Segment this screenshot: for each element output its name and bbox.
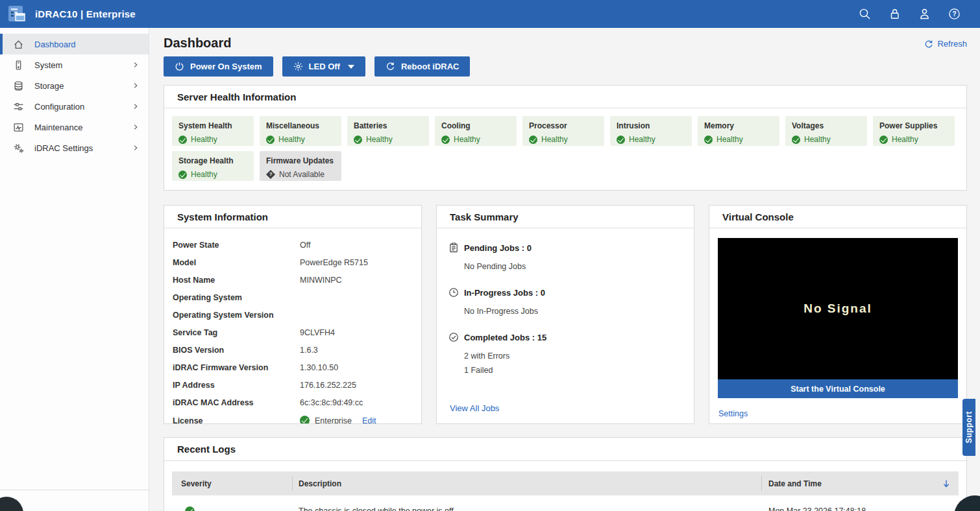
health-tile[interactable]: Intrusion Healthy [610,116,692,146]
status-icon [879,136,888,144]
support-tab[interactable]: Support [962,399,975,456]
app-title: iDRAC10 | Enterprise [35,8,136,19]
app-header: iDRAC10 | Enterprise ? [0,0,980,28]
system-info-label: Operating System [173,293,300,302]
main-content: Dashboard Refresh Power On System LED Of… [149,28,980,511]
chevron-right-icon [132,143,140,152]
severity-ok-icon [185,506,195,511]
logs-table: Severity Description Date and Time [172,471,959,511]
system-info-row: IP Address 176.16.252.225 [173,381,412,390]
health-tile[interactable]: Voltages Healthy [785,116,867,146]
power-on-system-button[interactable]: Power On System [164,56,273,77]
health-tile-label: Intrusion [617,121,685,130]
sidebar-item-dashboard[interactable]: Dashboard [0,34,149,54]
search-icon[interactable] [859,8,871,20]
chevron-right-icon [132,81,140,90]
status-icon [792,136,800,144]
system-info-value: 6c:3c:8c:9d:49:cc [300,398,363,407]
health-tile-status: Not Available [266,170,335,179]
sidebar-item-label: Configuration [34,102,132,112]
server-icon [13,60,24,71]
sidebar-item-idrac-settings[interactable]: iDRAC Settings [0,137,149,158]
lock-icon[interactable] [888,8,901,20]
gears-icon [13,143,24,154]
status-icon [354,136,362,144]
sidebar-item-maintenance[interactable]: Maintenance [0,117,149,137]
health-tile[interactable]: Cooling Healthy [435,116,517,146]
virtual-console-title: Virtual Console [709,206,966,228]
sidebar-item-system[interactable]: System [0,54,149,75]
health-tile-label: Firmware Updates [266,156,335,165]
health-tile-status: Healthy [617,135,685,144]
virtual-console-panel: Virtual Console No Signal Start the Virt… [709,205,967,424]
sort-descending-icon[interactable] [942,479,951,488]
health-tile[interactable]: Firmware Updates Not Available [260,151,341,181]
health-tile[interactable]: System Health Healthy [172,116,254,146]
health-tile[interactable]: Memory Healthy [698,116,779,146]
refresh-link[interactable]: Refresh [924,39,967,49]
system-info-row: Model PowerEdge R5715 [173,258,412,267]
help-icon[interactable]: ? [948,8,961,20]
health-tile-label: System Health [178,121,247,130]
health-tile[interactable]: Processor Healthy [522,116,604,146]
health-tile-status: Healthy [879,135,948,144]
svg-text:?: ? [952,10,956,18]
system-info-label: Model [173,258,300,267]
power-icon [175,62,184,71]
system-info-label: iDRAC Firmware Version [173,363,300,372]
health-tile[interactable]: Batteries Healthy [347,116,429,146]
reboot-idrac-button[interactable]: Reboot iDRAC [374,56,471,77]
health-tile[interactable]: Miscellaneous Healthy [260,116,341,146]
health-tile-status: Healthy [704,135,773,144]
system-info-value: 1.30.10.50 [300,363,338,372]
license-value: Enterprise [315,416,352,425]
column-header-datetime[interactable]: Date and Time [762,479,959,488]
start-virtual-console-button[interactable]: Start the Virtual Console [718,379,958,398]
chevron-right-icon [132,123,140,132]
chevron-right-icon [132,102,140,111]
system-info-row: Operating System Version [173,311,412,320]
health-tile-status: Healthy [529,135,598,144]
recent-logs-panel: Recent Logs Severity Description Date an… [164,437,967,511]
health-tile-label: Miscellaneous [266,121,335,130]
health-tile[interactable]: Storage Health Healthy [172,151,254,181]
sidebar-item-storage[interactable]: Storage [0,75,149,96]
log-row[interactable]: The chassis is closed while the power is… [172,495,959,511]
sidebar-item-label: Maintenance [34,123,132,132]
system-info-row-license: License Enterprise Edit [173,416,412,424]
health-tile[interactable]: Power Supplies Healthy [873,116,955,146]
console-settings-link[interactable]: Settings [718,409,748,418]
system-info-label: Operating System Version [173,311,300,320]
home-icon [13,39,24,50]
log-description: The chassis is closed while the power is… [293,506,762,511]
column-header-description[interactable]: Description [293,476,762,490]
health-tile-label: Cooling [441,121,510,130]
server-health-title: Server Health Information [164,86,966,108]
sidebar: Dashboard System Storage Configur [0,28,149,511]
sidebar-item-label: iDRAC Settings [34,143,132,153]
health-tile-status: Healthy [266,135,335,144]
sidebar-item-label: System [34,60,132,70]
chevron-right-icon [132,60,140,69]
pending-jobs-icon [448,243,459,253]
system-info-value: Off [300,241,310,250]
view-all-jobs-link[interactable]: View All Jobs [450,403,499,413]
storage-icon [13,80,24,91]
sidebar-item-configuration[interactable]: Configuration [0,96,149,117]
user-icon[interactable] [918,8,931,20]
sidebar-item-label: Storage [34,81,132,91]
system-info-row: Operating System [173,293,412,302]
led-off-button[interactable]: LED Off [282,56,365,77]
column-header-severity[interactable]: Severity [172,476,293,490]
system-info-row: Power State Off [173,241,412,250]
system-info-label: Host Name [173,276,300,285]
license-ok-icon [300,416,310,424]
no-signal-text: No Signal [803,302,872,316]
health-tile-label: Batteries [354,121,423,130]
page-title: Dashboard [164,36,231,51]
license-edit-link[interactable]: Edit [362,416,376,425]
health-tile-label: Power Supplies [879,121,948,130]
system-info-row: Service Tag 9CLVFH4 [173,328,412,337]
task-summary-panel: Task Summary Pending Jobs : 0 No Pending… [436,205,694,424]
reboot-icon [386,62,395,71]
